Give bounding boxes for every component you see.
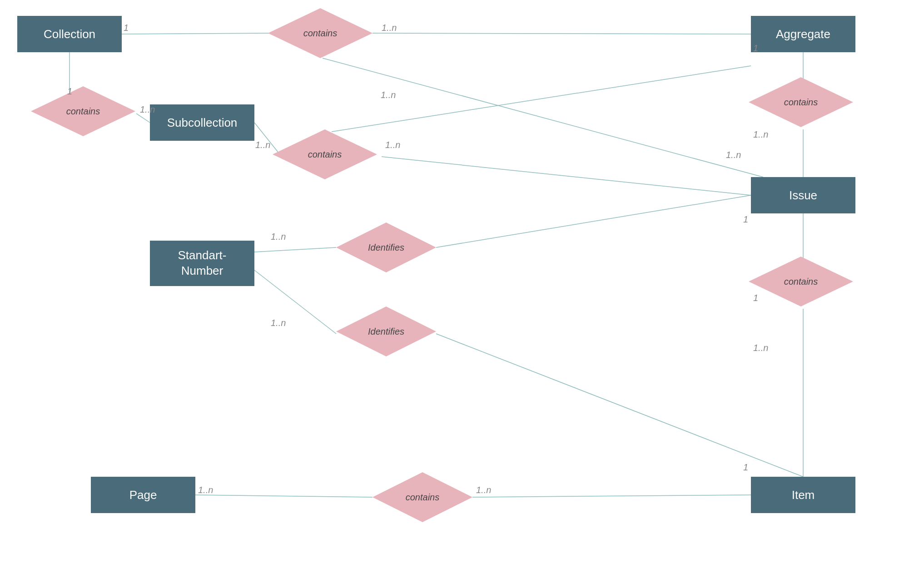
svg-line-6 xyxy=(323,58,763,177)
svg-line-0 xyxy=(122,33,273,34)
entity-subcollection: Subcollection xyxy=(150,104,254,141)
diamond-identifies-upper: Identifies xyxy=(336,222,436,272)
mult-identifies-issue: 1 xyxy=(743,214,748,225)
svg-line-11 xyxy=(436,195,751,247)
svg-line-18 xyxy=(472,495,751,497)
svg-line-3 xyxy=(136,114,150,123)
mult-contains-item-bottom: 1..n xyxy=(476,485,491,495)
svg-line-10 xyxy=(254,247,336,252)
diamond-contains-bottom: contains xyxy=(373,472,472,522)
diamond-contains-issue: contains xyxy=(749,257,853,306)
mult-subcollection-right: 1..n xyxy=(255,140,270,150)
mult-contains-item-right: 1..n xyxy=(753,343,768,353)
entity-standart-number: Standart-Number xyxy=(150,241,254,286)
mult-aggregate-down: 1 xyxy=(753,43,758,54)
mult-item-top: 1 xyxy=(743,462,748,473)
mult-issue-contains-down: 1 xyxy=(753,293,758,303)
mult-contains-sub-right: 1..n xyxy=(385,140,400,150)
mult-contains-aggregate: 1..n xyxy=(382,23,397,33)
svg-line-17 xyxy=(195,495,373,497)
svg-line-1 xyxy=(373,33,751,34)
mult-collection-contains: 1 xyxy=(124,23,129,33)
entity-collection: Collection xyxy=(17,16,122,52)
diamond-identifies-lower: Identifies xyxy=(336,306,436,356)
mult-cross-line-2: 1..n xyxy=(726,150,741,160)
diamond-contains-sub: contains xyxy=(273,129,377,179)
diamond-contains-top: contains xyxy=(268,8,373,58)
svg-line-8 xyxy=(382,157,751,195)
mult-contains-issue-top: 1..n xyxy=(753,129,768,140)
mult-collection-down: 1 xyxy=(67,86,72,97)
entity-aggregate: Aggregate xyxy=(751,16,855,52)
mult-page-contains: 1..n xyxy=(198,485,213,495)
diamond-contains-left: contains xyxy=(31,86,135,136)
diamond-contains-aggregate: contains xyxy=(749,77,853,127)
mult-standart-identifies-lower: 1..n xyxy=(271,318,286,328)
mult-contains-subcollection: 1..n xyxy=(140,104,155,115)
svg-line-15 xyxy=(436,334,803,477)
entity-item: Item xyxy=(751,477,855,513)
svg-line-14 xyxy=(254,270,336,334)
entity-page: Page xyxy=(91,477,195,513)
mult-standart-identifies-upper: 1..n xyxy=(271,232,286,242)
entity-issue: Issue xyxy=(751,177,855,213)
mult-cross-line-1: 1..n xyxy=(381,90,396,100)
